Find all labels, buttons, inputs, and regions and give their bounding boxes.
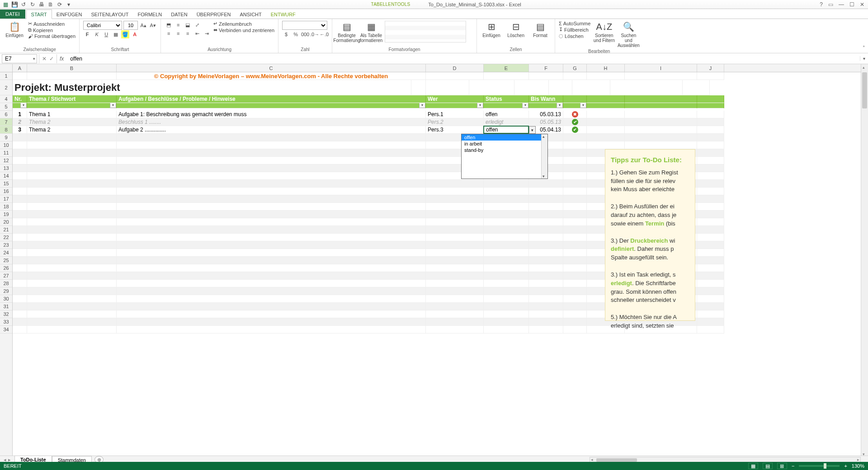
cell-E1[interactable] — [484, 72, 529, 80]
tab-insert[interactable]: EINFÜGEN — [52, 10, 87, 19]
row-header-5[interactable]: 6 — [0, 111, 12, 118]
cell-C15[interactable] — [117, 188, 426, 195]
cell-E30[interactable] — [484, 303, 529, 310]
cell-C5[interactable]: Aufgabe 1: Beschreibung was gemacht werd… — [117, 111, 426, 118]
cell-A31[interactable] — [13, 310, 27, 318]
cell-D19[interactable] — [426, 218, 484, 226]
row-header-10[interactable]: 11 — [0, 149, 12, 157]
cell-J1[interactable] — [697, 72, 724, 80]
cell-C18[interactable] — [117, 211, 426, 218]
cell-J3[interactable] — [697, 95, 724, 103]
ribbon-options-icon[interactable]: ▭ — [828, 1, 833, 8]
cell-G33[interactable] — [563, 326, 587, 334]
cell-G4[interactable]: ▾ — [563, 103, 587, 108]
cell-E31[interactable] — [484, 310, 529, 318]
cell-A11[interactable] — [13, 157, 27, 164]
row-header-30[interactable]: 31 — [0, 303, 12, 310]
cell-E5[interactable]: offen — [484, 111, 529, 118]
align-middle-icon[interactable]: ≡ — [174, 21, 182, 29]
cell-G22[interactable] — [563, 241, 587, 249]
cell-E28[interactable] — [484, 287, 529, 295]
cell-I3[interactable] — [625, 95, 697, 103]
cell-F20[interactable] — [529, 226, 563, 234]
cell-J33[interactable] — [697, 326, 724, 334]
cell-C7[interactable]: Aufgabe 2 .............. — [117, 126, 426, 134]
cell-D16[interactable] — [426, 195, 484, 203]
cell-E29[interactable] — [484, 295, 529, 303]
decrease-font-icon[interactable]: A▾ — [149, 21, 157, 29]
cell-J11[interactable] — [697, 157, 724, 164]
row-header-3[interactable]: 4 — [0, 95, 12, 103]
cell-dropdown-list[interactable]: offenin arbeitstand-by — [461, 134, 548, 179]
view-page-layout-icon[interactable]: ▤ — [763, 463, 773, 469]
cell-D32[interactable] — [426, 318, 484, 326]
cell-A5[interactable]: 1 — [13, 111, 27, 118]
close-icon[interactable]: ✕ — [860, 1, 864, 8]
cell-E27[interactable] — [484, 280, 529, 287]
cell-A2[interactable]: Projekt: Musterprojekt — [13, 80, 426, 95]
cell-E19[interactable] — [484, 218, 529, 226]
cell-E4[interactable]: ▾ — [484, 103, 529, 108]
align-right-icon[interactable]: ≡ — [184, 29, 192, 38]
cell-J7[interactable] — [697, 126, 724, 134]
cell-G2[interactable] — [549, 80, 572, 95]
cell-F21[interactable] — [529, 234, 563, 241]
cell-D30[interactable] — [426, 303, 484, 310]
select-all-corner[interactable] — [0, 64, 13, 72]
tab-view[interactable]: ANSICHT — [235, 10, 266, 19]
redo-icon[interactable]: ↻ — [29, 1, 36, 8]
cell-J27[interactable] — [697, 280, 724, 287]
cell-E26[interactable] — [484, 272, 529, 280]
cell-D22[interactable] — [426, 241, 484, 249]
cell-B32[interactable] — [27, 318, 117, 326]
row-header-26[interactable]: 27 — [0, 272, 12, 280]
cell-G12[interactable] — [563, 164, 587, 172]
name-box[interactable]: E7 ▾ — [2, 54, 37, 63]
cell-I6[interactable] — [625, 118, 697, 126]
vscroll-thumb[interactable] — [862, 72, 867, 108]
cell-D3[interactable]: Wer — [426, 95, 484, 103]
cell-A3[interactable]: Nr. — [13, 95, 27, 103]
col-header-d[interactable]: D — [426, 64, 484, 72]
cell-E17[interactable] — [484, 203, 529, 211]
cell-B4[interactable]: ▾ — [27, 103, 117, 108]
fx-icon[interactable]: fx — [57, 56, 66, 62]
cell-G1[interactable] — [563, 72, 587, 80]
cell-I7[interactable] — [625, 126, 697, 134]
active-cell[interactable]: offen — [483, 126, 529, 134]
find-select-button[interactable]: 🔍Suchen und Auswählen — [618, 21, 639, 48]
cell-H8[interactable] — [587, 134, 625, 141]
cell-C24[interactable] — [117, 257, 426, 264]
cell-F25[interactable] — [529, 264, 563, 272]
cell-E6[interactable]: erledigt — [484, 118, 529, 126]
cell-J21[interactable] — [697, 234, 724, 241]
cell-G25[interactable] — [563, 264, 587, 272]
dropdown-scrollbar[interactable] — [541, 134, 547, 179]
cell-J28[interactable] — [697, 287, 724, 295]
zoom-out-icon[interactable]: − — [792, 463, 794, 469]
align-bottom-icon[interactable]: ⬓ — [184, 21, 192, 29]
cell-A13[interactable] — [13, 172, 27, 180]
cell-F28[interactable] — [529, 287, 563, 295]
cell-A15[interactable] — [13, 188, 27, 195]
cell-H3[interactable] — [587, 95, 625, 103]
cell-A33[interactable] — [13, 326, 27, 334]
cell-I5[interactable] — [625, 111, 697, 118]
cell-G13[interactable] — [563, 172, 587, 180]
cell-H9[interactable] — [587, 141, 625, 149]
expand-formula-bar-icon[interactable]: ▾ — [860, 56, 868, 61]
undo-icon[interactable]: ↺ — [20, 1, 27, 8]
cell-B21[interactable] — [27, 234, 117, 241]
cell-B6[interactable]: Thema 2 — [27, 118, 117, 126]
cell-D33[interactable] — [426, 326, 484, 334]
cell-C20[interactable] — [117, 226, 426, 234]
font-name-select[interactable]: Calibri — [83, 21, 122, 30]
cell-J23[interactable] — [697, 249, 724, 257]
row-header-6[interactable]: 7 — [0, 118, 12, 126]
cell-J15[interactable] — [697, 188, 724, 195]
cell-E2[interactable] — [469, 80, 514, 95]
maximize-icon[interactable]: ☐ — [849, 1, 854, 8]
cell-F32[interactable] — [529, 318, 563, 326]
col-header-a[interactable]: A — [13, 64, 27, 72]
row-header-27[interactable]: 28 — [0, 280, 12, 287]
